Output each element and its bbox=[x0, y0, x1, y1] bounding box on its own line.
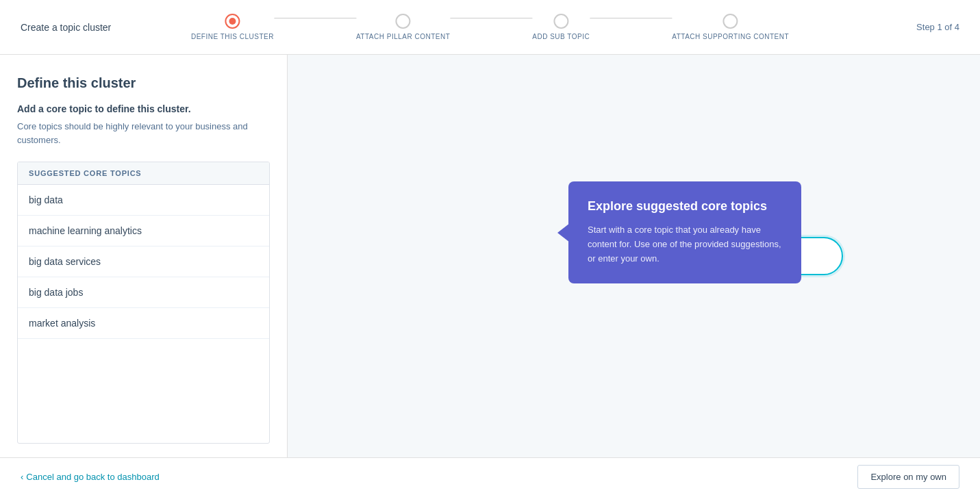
step-2-circle bbox=[396, 14, 411, 29]
cancel-link[interactable]: ‹ Cancel and go back to dashboard bbox=[21, 472, 160, 482]
tooltip-title: Explore suggested core topics bbox=[588, 199, 782, 214]
tooltip-popup: Explore suggested core topics Start with… bbox=[568, 181, 801, 283]
right-panel: Explore suggested core topics Start with… bbox=[288, 55, 980, 457]
topics-table-header: SUGGESTED CORE TOPICS bbox=[18, 162, 269, 185]
topic-row-4[interactable]: market analysis bbox=[18, 308, 269, 339]
topic-row-0[interactable]: big data bbox=[18, 185, 269, 216]
stepper-step-1: DEFINE THIS CLUSTER bbox=[191, 14, 274, 40]
left-panel: Define this cluster Add a core topic to … bbox=[0, 55, 288, 457]
top-nav: Create a topic cluster DEFINE THIS CLUST… bbox=[0, 0, 980, 55]
step-4-circle bbox=[723, 14, 738, 29]
stepper-line-2 bbox=[450, 18, 532, 18]
stepper: DEFINE THIS CLUSTER ATTACH PILLAR CONTEN… bbox=[191, 14, 789, 40]
stepper-step-3: ADD SUB TOPIC bbox=[532, 14, 590, 40]
stepper-line-3 bbox=[590, 18, 672, 18]
stepper-step-2: ATTACH PILLAR CONTENT bbox=[356, 14, 450, 40]
topic-row-1[interactable]: machine learning analytics bbox=[18, 216, 269, 246]
panel-description: Core topics should be highly relevant to… bbox=[17, 120, 270, 147]
step-1-label: DEFINE THIS CLUSTER bbox=[191, 33, 274, 40]
step-3-circle bbox=[553, 14, 568, 29]
stepper-line-1 bbox=[274, 18, 356, 18]
cancel-label: Cancel and go back to dashboard bbox=[26, 472, 159, 482]
nav-title: Create a topic cluster bbox=[21, 22, 111, 33]
panel-subheading: Add a core topic to define this cluster. bbox=[17, 103, 270, 114]
step-indicator: Step 1 of 4 bbox=[916, 22, 959, 32]
left-panel-inner: Define this cluster Add a core topic to … bbox=[0, 55, 287, 457]
panel-heading: Define this cluster bbox=[17, 75, 270, 91]
step-3-label: ADD SUB TOPIC bbox=[532, 33, 590, 40]
explore-button[interactable]: Explore on my own bbox=[857, 465, 959, 489]
step-1-circle bbox=[225, 14, 240, 29]
topic-row-2[interactable]: big data services bbox=[18, 246, 269, 277]
stepper-step-4: ATTACH SUPPORTING CONTENT bbox=[672, 14, 789, 40]
tooltip-text: Start with a core topic that you already… bbox=[588, 223, 782, 266]
topics-table: SUGGESTED CORE TOPICS big data machine l… bbox=[17, 162, 270, 444]
cancel-arrow-icon: ‹ bbox=[21, 472, 23, 482]
bottom-bar: ‹ Cancel and go back to dashboard Explor… bbox=[0, 457, 980, 495]
step-4-label: ATTACH SUPPORTING CONTENT bbox=[672, 33, 789, 40]
main-content: Define this cluster Add a core topic to … bbox=[0, 55, 980, 457]
step-2-label: ATTACH PILLAR CONTENT bbox=[356, 33, 450, 40]
topic-row-3[interactable]: big data jobs bbox=[18, 277, 269, 308]
